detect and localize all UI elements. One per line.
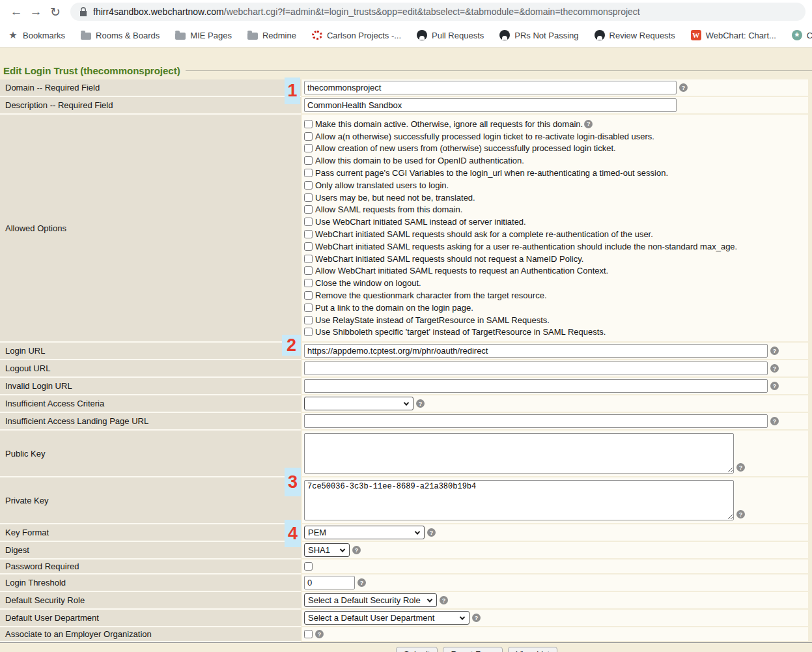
help-icon[interactable]: ?	[770, 417, 779, 425]
description-input[interactable]	[304, 98, 677, 112]
associate-employer-checkbox[interactable]	[304, 630, 313, 638]
default-user-department-select[interactable]: Select a Default User Department	[304, 611, 469, 625]
allowed-option-checkbox[interactable]	[304, 156, 313, 165]
default-security-role-select[interactable]: Select a Default Security Role	[304, 593, 437, 607]
page-content: Edit Login Trust (thecommonsproject) Dom…	[0, 48, 812, 652]
allowed-option[interactable]: Close the window on logout.	[304, 277, 737, 289]
help-icon[interactable]: ?	[416, 399, 425, 408]
allowed-option-checkbox[interactable]	[304, 255, 313, 263]
allowed-option-checkbox[interactable]	[304, 328, 313, 336]
allowed-option-checkbox[interactable]	[304, 144, 313, 152]
allowed-option-checkbox[interactable]	[304, 169, 313, 177]
digest-select[interactable]: SHA1	[304, 543, 350, 557]
bookmark-item[interactable]: PRs Not Passing	[499, 30, 578, 40]
private-key-textarea[interactable]: 7ce50036-3c3b-11ee-8689-a21a380b19b4	[304, 480, 734, 520]
help-icon[interactable]: ?	[770, 364, 779, 373]
row-private-key: Private Key 7ce50036-3c3b-11ee-8689-a21a…	[0, 477, 808, 524]
allowed-option-label: Only allow translated users to login.	[315, 180, 449, 190]
help-icon[interactable]: ?	[770, 382, 779, 390]
help-icon[interactable]: ?	[352, 546, 361, 554]
row-insufficient-access-landing: Insufficient Access Landing Page URL ?	[0, 413, 808, 431]
bookmark-label: Review Requests	[609, 31, 675, 40]
allowed-option[interactable]: Use RelayState instead of TargetResource…	[304, 314, 737, 326]
allowed-option-checkbox[interactable]	[304, 304, 313, 312]
help-icon[interactable]: ?	[440, 596, 448, 604]
invalid-login-url-input[interactable]	[304, 379, 768, 393]
login-url-input[interactable]	[304, 344, 768, 358]
help-icon[interactable]: ?	[770, 347, 779, 355]
allowed-option[interactable]: Remove the questionmark character from t…	[304, 289, 737, 302]
bookmark-item[interactable]: Bookmarks	[8, 30, 65, 40]
key-format-select[interactable]: PEM	[304, 526, 425, 539]
bookmark-item[interactable]: ChatGPT	[792, 30, 812, 40]
url-text: fhirr4sandbox.webchartnow.com/webchart.c…	[93, 7, 640, 17]
row-public-key: Public Key ?	[0, 431, 808, 477]
help-icon[interactable]: ?	[315, 630, 324, 638]
domain-input[interactable]	[304, 81, 677, 94]
reset-form-button[interactable]: Reset Form	[443, 647, 503, 652]
reload-icon[interactable]: ↻	[46, 5, 65, 20]
login-threshold-input[interactable]	[304, 576, 355, 589]
allowed-option-checkbox[interactable]	[304, 316, 313, 324]
row-allowed-options: Allowed Options Make this domain active.…	[0, 115, 808, 343]
help-icon[interactable]: ?	[427, 528, 436, 537]
bookmark-item[interactable]: Carlson Projects -...	[312, 31, 401, 40]
allowed-option-checkbox[interactable]	[304, 132, 313, 141]
bookmark-item[interactable]: Review Requests	[595, 30, 675, 40]
bookmark-item[interactable]: MIE Pages	[175, 31, 232, 40]
allowed-option-checkbox[interactable]	[304, 230, 313, 238]
allowed-option[interactable]: Users may be, but need not be, translate…	[304, 191, 737, 204]
allowed-option[interactable]: Allow SAML requests from this domain.	[304, 204, 737, 216]
bookmark-label: Carlson Projects -...	[327, 31, 401, 40]
allowed-option[interactable]: WebChart initiated SAML requests asking …	[304, 240, 737, 253]
submit-button[interactable]: Submit	[396, 647, 438, 652]
allowed-option-checkbox[interactable]	[304, 242, 313, 251]
row-password-required: Password Required	[0, 560, 808, 574]
allowed-option-checkbox[interactable]	[304, 120, 313, 128]
allowed-option-checkbox[interactable]	[304, 218, 313, 226]
star-icon	[8, 30, 18, 40]
allowed-option[interactable]: Use Shibboleth specific 'target' instead…	[304, 326, 737, 339]
view-list-button[interactable]: View List	[508, 647, 557, 652]
allowed-option[interactable]: WebChart initiated SAML requests should …	[304, 228, 737, 240]
password-required-checkbox[interactable]	[304, 562, 313, 571]
allowed-option-label: WebChart initiated SAML requests should …	[315, 229, 653, 239]
allowed-option[interactable]: Pass current page's CGI Variables to the…	[304, 167, 737, 179]
bookmark-item[interactable]: WebChart: Chart...	[691, 30, 776, 40]
allowed-option[interactable]: Only allow translated users to login.	[304, 179, 737, 191]
allowed-option[interactable]: Allow creation of new users from (otherw…	[304, 143, 737, 155]
bookmark-item[interactable]: Rooms & Boards	[81, 31, 160, 40]
allowed-option[interactable]: Allow a(n otherwise) successfully proces…	[304, 130, 737, 143]
allowed-option-label: Make this domain active. Otherwise, igno…	[315, 119, 583, 129]
logout-url-input[interactable]	[304, 361, 768, 375]
allowed-option-checkbox[interactable]	[304, 291, 313, 300]
forward-icon[interactable]: →	[26, 5, 46, 19]
insufficient-access-landing-input[interactable]	[304, 414, 768, 428]
allowed-option-checkbox[interactable]	[304, 181, 313, 190]
allowed-option[interactable]: WebChart initiated SAML requests should …	[304, 253, 737, 265]
insufficient-access-criteria-select[interactable]	[304, 397, 413, 410]
form-button-bar: Submit Reset Form View List	[0, 642, 812, 652]
row-default-security-role: Default Security Role Select a Default S…	[0, 592, 808, 610]
back-icon[interactable]: ←	[7, 5, 26, 19]
help-icon[interactable]: ?	[584, 120, 593, 128]
help-icon[interactable]: ?	[357, 578, 366, 587]
allowed-option-checkbox[interactable]	[304, 193, 313, 202]
allowed-option[interactable]: Make this domain active. Otherwise, igno…	[304, 118, 737, 130]
public-key-textarea[interactable]	[304, 433, 734, 474]
allowed-option[interactable]: Use WebChart initiated SAML instead of s…	[304, 216, 737, 228]
allowed-option[interactable]: Put a link to the domain on the login pa…	[304, 302, 737, 314]
help-icon[interactable]: ?	[679, 83, 688, 92]
help-icon[interactable]: ?	[736, 510, 745, 518]
address-bar[interactable]: fhirr4sandbox.webchartnow.com/webchart.c…	[70, 3, 805, 21]
allowed-option-checkbox[interactable]	[304, 266, 313, 275]
bookmark-item[interactable]: Pull Requests	[417, 30, 484, 40]
allowed-option[interactable]: Allow this domain to be used for OpenID …	[304, 154, 737, 167]
digest-label: Digest	[0, 542, 301, 560]
allowed-option-checkbox[interactable]	[304, 205, 313, 214]
bookmark-item[interactable]: Redmine	[247, 31, 296, 40]
help-icon[interactable]: ?	[472, 614, 481, 622]
allowed-option[interactable]: Allow WebChart initiated SAML requests t…	[304, 265, 737, 277]
help-icon[interactable]: ?	[736, 463, 745, 472]
allowed-option-checkbox[interactable]	[304, 279, 313, 287]
